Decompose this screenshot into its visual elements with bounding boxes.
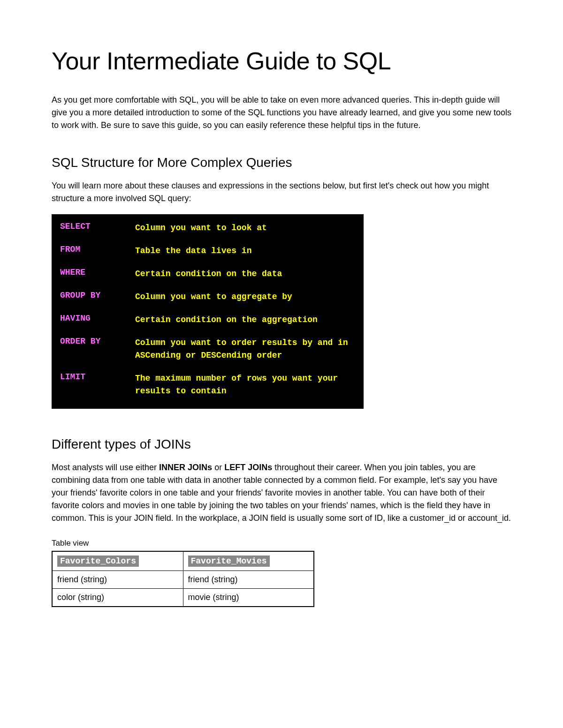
code-row: ORDER BY Column you want to order result… [60, 337, 355, 362]
code-row: GROUP BY Column you want to aggregate by [60, 291, 355, 303]
code-row: LIMIT The maximum number of rows you wan… [60, 372, 355, 398]
sql-keyword: LIMIT [60, 372, 135, 398]
table-cell: friend (string) [183, 571, 314, 589]
sql-description: Column you want to order results by and … [135, 337, 355, 362]
sql-description: Column you want to aggregate by [135, 291, 292, 303]
table-row: color (string) movie (string) [52, 589, 314, 607]
section-heading-joins: Different types of JOINs [52, 437, 511, 452]
sql-structure-code-block: SELECT Column you want to look at FROM T… [52, 214, 364, 409]
sql-keyword: FROM [60, 245, 135, 257]
page-title: Your Intermediate Guide to SQL [52, 47, 511, 75]
sql-description: Certain condition on the aggregation [135, 314, 318, 326]
table-cell: movie (string) [183, 589, 314, 607]
bold-left-joins: LEFT JOINs [224, 463, 272, 472]
text-fragment: Most analysts will use either [52, 463, 159, 472]
intro-paragraph: As you get more comfortable with SQL, yo… [52, 94, 511, 132]
sql-keyword: WHERE [60, 268, 135, 280]
sql-description: Certain condition on the data [135, 268, 282, 280]
code-row: HAVING Certain condition on the aggregat… [60, 314, 355, 326]
sql-keyword: ORDER BY [60, 337, 135, 362]
section-body-joins: Most analysts will use either INNER JOIN… [52, 461, 511, 525]
sql-description: Column you want to look at [135, 222, 267, 234]
table-caption: Table view [52, 539, 511, 548]
sql-keyword: SELECT [60, 222, 135, 234]
sql-description: The maximum number of rows you want your… [135, 372, 355, 398]
section-body-sql-structure: You will learn more about these clauses … [52, 180, 511, 205]
table-header-cell: Favorite_Colors [52, 551, 183, 571]
table-row: friend (string) friend (string) [52, 571, 314, 589]
table-cell: color (string) [52, 589, 183, 607]
sql-description: Table the data lives in [135, 245, 251, 257]
code-row: WHERE Certain condition on the data [60, 268, 355, 280]
sql-keyword: GROUP BY [60, 291, 135, 303]
text-fragment: or [212, 463, 224, 472]
join-tables-view: Favorite_Colors Favorite_Movies friend (… [52, 551, 314, 607]
table-row: Favorite_Colors Favorite_Movies [52, 551, 314, 571]
table-header-cell: Favorite_Movies [183, 551, 314, 571]
code-row: FROM Table the data lives in [60, 245, 355, 257]
bold-inner-joins: INNER JOINs [159, 463, 212, 472]
table-header-badge: Favorite_Colors [57, 555, 139, 567]
section-heading-sql-structure: SQL Structure for More Complex Queries [52, 155, 511, 170]
table-header-badge: Favorite_Movies [188, 555, 270, 567]
table-cell: friend (string) [52, 571, 183, 589]
code-row: SELECT Column you want to look at [60, 222, 355, 234]
sql-keyword: HAVING [60, 314, 135, 326]
